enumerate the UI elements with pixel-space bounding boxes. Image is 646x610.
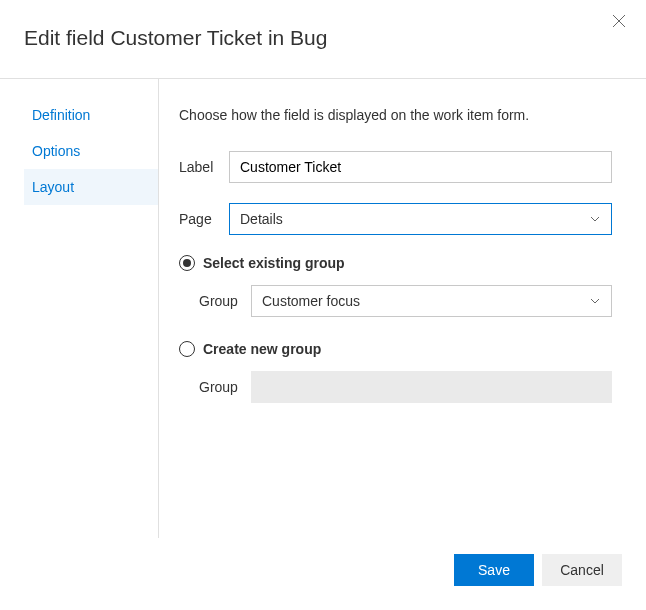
radio-icon [179,341,195,357]
chevron-down-icon [589,213,601,225]
radio-select-existing-group[interactable]: Select existing group [179,255,612,271]
sidebar: Definition Options Layout [24,79,159,538]
sidebar-item-options[interactable]: Options [24,133,158,169]
chevron-down-icon [589,295,601,307]
radio-create-new-group[interactable]: Create new group [179,341,612,357]
cancel-button[interactable]: Cancel [542,554,622,586]
group-field-label: Group [199,293,251,309]
radio-label: Create new group [203,341,321,357]
new-group-field-label: Group [199,379,251,395]
radio-icon [179,255,195,271]
sidebar-item-layout[interactable]: Layout [24,169,158,205]
sidebar-item-label: Options [32,143,80,159]
sidebar-item-definition[interactable]: Definition [24,97,158,133]
sidebar-item-label: Definition [32,107,90,123]
content-panel: Choose how the field is displayed on the… [159,79,622,538]
sidebar-item-label: Layout [32,179,74,195]
close-icon [612,14,626,28]
close-button[interactable] [612,14,628,30]
page-field-label: Page [179,211,229,227]
page-select-value: Details [240,211,283,227]
group-select[interactable]: Customer focus [251,285,612,317]
label-input[interactable] [229,151,612,183]
label-field-label: Label [179,159,229,175]
save-button[interactable]: Save [454,554,534,586]
page-select[interactable]: Details [229,203,612,235]
dialog-footer: Save Cancel [24,538,622,590]
radio-label: Select existing group [203,255,345,271]
dialog-title: Edit field Customer Ticket in Bug [24,26,622,50]
new-group-input [251,371,612,403]
group-select-value: Customer focus [262,293,360,309]
instructions-text: Choose how the field is displayed on the… [179,107,612,123]
